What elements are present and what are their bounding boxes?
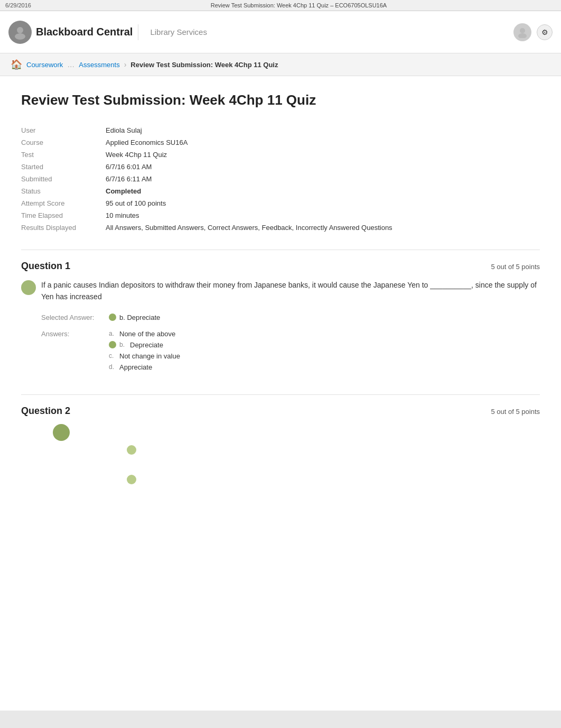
logo-avatar	[8, 21, 32, 44]
gear-button[interactable]: ⚙	[537, 24, 553, 40]
results-displayed-value: All Answers, Submitted Answers, Correct …	[106, 224, 392, 232]
selected-answer-label: Selected Answer:	[41, 314, 105, 321]
letter-d: d.	[109, 363, 116, 371]
question-2-title: Question 2	[21, 406, 70, 417]
question-1-text: If a panic causes Indian depositors to w…	[41, 279, 540, 303]
status-value: Completed	[106, 187, 141, 195]
q2-small-dot-1	[127, 445, 136, 455]
time-elapsed-label: Time Elapsed	[21, 211, 106, 219]
info-row-results-displayed: Results Displayed All Answers, Submitted…	[21, 222, 540, 234]
question-1-icon	[21, 280, 36, 295]
top-navigation: Blackboard Central Library Services ⚙	[0, 11, 561, 53]
selected-answer-row: Selected Answer: b. Depreciate	[41, 311, 540, 324]
test-value: Week 4Chp 11 Quiz	[106, 151, 167, 159]
breadcrumb-ellipsis: …	[67, 60, 74, 69]
radio-b	[109, 341, 116, 348]
nav-separator	[138, 24, 138, 40]
answer-text-d: Appreciate	[119, 363, 152, 371]
info-row-submitted: Submitted 6/7/16 6:11 AM	[21, 173, 540, 185]
browser-tab-title: Review Test Submission: Week 4Chp 11 Qui…	[42, 2, 556, 8]
question-2-header: Question 2 5 out of 5 points	[21, 406, 540, 417]
section-divider	[21, 250, 540, 250]
top-nav-right: ⚙	[513, 23, 553, 41]
question-1-body: If a panic causes Indian depositors to w…	[21, 279, 540, 303]
info-row-test: Test Week 4Chp 11 Quiz	[21, 149, 540, 161]
q2-large-dot	[53, 424, 70, 441]
attempt-score-label: Attempt Score	[21, 199, 106, 207]
info-row-user: User Ediola Sulaj	[21, 124, 540, 136]
breadcrumb-bar: 🏠 Coursework … Assessments › Review Test…	[0, 53, 561, 76]
logo-area: Blackboard Central	[8, 21, 133, 44]
started-label: Started	[21, 163, 106, 171]
time-elapsed-value: 10 minutes	[106, 211, 139, 219]
info-row-time-elapsed: Time Elapsed 10 minutes	[21, 209, 540, 222]
library-services-link[interactable]: Library Services	[144, 24, 213, 40]
course-value: Applied Economics SU16A	[106, 139, 188, 146]
question-2-section: Question 2 5 out of 5 points	[21, 406, 540, 484]
svg-point-0	[17, 27, 23, 33]
svg-point-1	[15, 33, 25, 40]
q2-small-dot-2	[127, 475, 136, 484]
answers-label: Answers:	[41, 330, 105, 338]
question-2-points: 5 out of 5 points	[491, 408, 540, 416]
submitted-value: 6/7/16 6:11 AM	[106, 175, 152, 183]
status-label: Status	[21, 187, 106, 195]
home-icon[interactable]: 🏠	[11, 59, 22, 70]
answer-option-b: b. Depreciate	[109, 341, 180, 349]
letter-c: c.	[109, 352, 116, 360]
started-value: 6/7/16 6:01 AM	[106, 163, 152, 171]
attempt-score-value: 95 out of 100 points	[106, 199, 166, 207]
course-label: Course	[21, 139, 106, 146]
question-1-header: Question 1 5 out of 5 points	[21, 261, 540, 272]
answer-option-d: d. Appreciate	[109, 363, 180, 371]
question-1-title: Question 1	[21, 261, 70, 272]
user-avatar	[513, 23, 531, 41]
main-content: Review Test Submission: Week 4Chp 11 Qui…	[0, 76, 561, 711]
svg-point-2	[520, 28, 525, 33]
info-row-status: Status Completed	[21, 185, 540, 197]
browser-tab-bar: 6/29/2016 Review Test Submission: Week 4…	[0, 0, 561, 11]
page-title: Review Test Submission: Week 4Chp 11 Qui…	[21, 92, 540, 108]
answer-text-a: None of the above	[119, 330, 175, 338]
browser-date: 6/29/2016	[5, 2, 31, 8]
test-label: Test	[21, 151, 106, 159]
breadcrumb-assessments[interactable]: Assessments	[79, 61, 119, 69]
letter-b: b.	[119, 341, 127, 348]
selected-radio	[109, 314, 116, 321]
answers-section-q1: Selected Answer: b. Depreciate Answers: …	[41, 311, 540, 373]
breadcrumb-current: Review Test Submission: Week 4Chp 11 Qui…	[130, 61, 278, 69]
selected-answer-value: b. Depreciate	[119, 314, 160, 321]
results-displayed-label: Results Displayed	[21, 224, 106, 232]
answer-text-b: Depreciate	[130, 341, 163, 349]
brand-name: Blackboard Central	[36, 26, 133, 38]
user-value: Ediola Sulaj	[106, 126, 142, 134]
question-1-section: Question 1 5 out of 5 points If a panic …	[21, 261, 540, 373]
answer-options-list: a. None of the above b. Depreciate c. No…	[109, 330, 180, 371]
answers-row: Answers: a. None of the above b. Depreci…	[41, 328, 540, 373]
submission-info-table: User Ediola Sulaj Course Applied Economi…	[21, 124, 540, 234]
user-label: User	[21, 126, 106, 134]
info-row-attempt-score: Attempt Score 95 out of 100 points	[21, 197, 540, 209]
answer-text-c: Not change in value	[119, 352, 180, 360]
question-2-image-area	[21, 424, 540, 484]
svg-point-3	[518, 33, 527, 38]
question-divider-2	[21, 394, 540, 395]
info-row-course: Course Applied Economics SU16A	[21, 136, 540, 149]
breadcrumb-coursework[interactable]: Coursework	[26, 61, 63, 69]
info-row-started: Started 6/7/16 6:01 AM	[21, 161, 540, 173]
answer-option-a: a. None of the above	[109, 330, 180, 338]
submitted-label: Submitted	[21, 175, 106, 183]
answer-option-c: c. Not change in value	[109, 352, 180, 360]
letter-a: a.	[109, 330, 116, 337]
breadcrumb-separator: ›	[124, 60, 127, 69]
question-1-points: 5 out of 5 points	[491, 263, 540, 271]
